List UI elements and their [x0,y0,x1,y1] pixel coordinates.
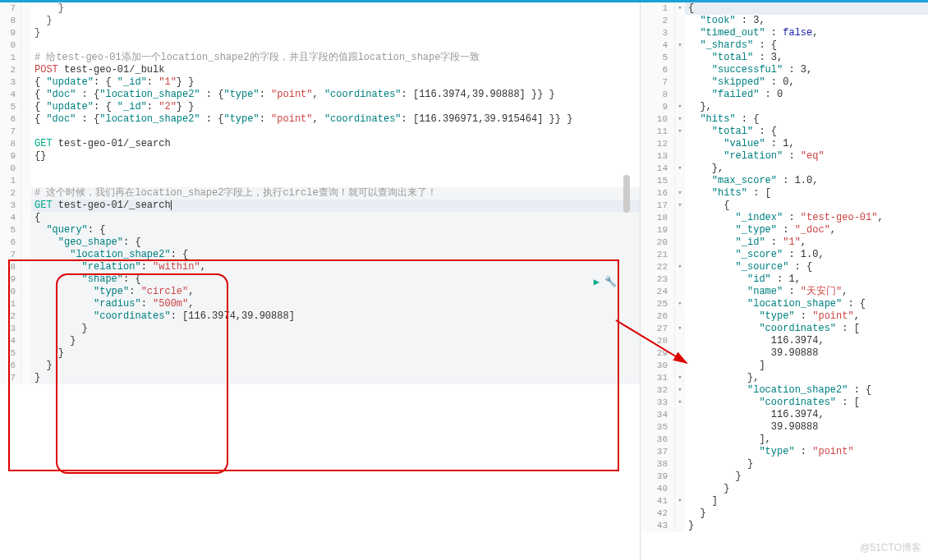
code-line[interactable]: 2POST test-geo-01/_bulk [0,64,640,76]
code-line[interactable]: 3 } [0,323,640,335]
fold-toggle[interactable] [675,520,685,532]
code-line[interactable]: 7 "location_shape2": { [0,249,640,261]
response-line: 13 "relation" : "eq" [641,150,928,163]
response-line: 24 "name" : "天安门", [641,286,928,298]
fold-toggle[interactable] [675,458,685,470]
code-line[interactable]: 0 [0,39,640,52]
scrollbar-thumb[interactable] [623,175,630,213]
request-editor-pane[interactable]: 7 }8 }9}01# 给test-geo-01添加一个location_sha… [0,2,641,560]
code-line[interactable]: 9} [0,27,640,39]
fold-toggle[interactable]: ▾ [675,323,685,335]
response-line: 7 "skipped" : 0, [641,76,928,89]
fold-toggle[interactable]: ▾ [675,39,685,52]
fold-toggle[interactable]: ▾ [675,126,685,138]
response-pane[interactable]: 1▾{2 "took" : 3,3 "timed_out" : false,4▾… [641,2,928,560]
fold-toggle[interactable]: ▾ [675,397,685,409]
fold-toggle[interactable] [675,273,685,286]
fold-toggle[interactable]: ▾ [675,298,685,310]
code-line[interactable]: 3{ "update": { "_id": "1"} } [0,76,640,89]
code-line[interactable]: 4{ "doc" : {"location_shape2" : {"type":… [0,89,640,101]
run-query-icon[interactable]: ▶ [594,276,600,288]
fold-toggle[interactable] [675,15,685,27]
code-line[interactable]: 2# 这个时候，我们再在location_shape2字段上，执行circle查… [0,187,640,200]
response-line: 30 ] [641,360,928,372]
response-line: 3 "timed_out" : false, [641,27,928,39]
fold-toggle[interactable]: ▾ [675,163,685,175]
fold-toggle[interactable] [675,76,685,89]
fold-toggle[interactable] [675,212,685,224]
fold-toggle[interactable] [675,138,685,150]
fold-toggle[interactable] [675,446,685,458]
fold-toggle[interactable] [675,224,685,236]
fold-toggle[interactable]: ▾ [675,495,685,507]
fold-toggle[interactable] [675,360,685,372]
fold-toggle[interactable] [675,483,685,495]
response-line: 39 } [641,470,928,483]
code-line[interactable]: 5{ "update": { "_id": "2"} } [0,101,640,113]
line-number: 40 [641,483,675,495]
fold-toggle[interactable] [675,236,685,249]
code-line[interactable]: 6 "geo_shape": { [0,236,640,249]
response-line: 12 "value" : 1, [641,138,928,150]
fold-toggle[interactable] [675,335,685,347]
fold-toggle[interactable] [675,347,685,360]
fold-toggle[interactable]: ▾ [675,101,685,113]
fold-toggle[interactable]: ▾ [675,261,685,273]
fold-toggle[interactable] [675,409,685,421]
fold-toggle[interactable] [675,434,685,446]
code-line[interactable]: 6{ "doc" : {"location_shape2" : {"type":… [0,113,640,126]
fold-toggle[interactable] [675,175,685,187]
fold-toggle[interactable] [675,64,685,76]
line-number: 1 [0,298,21,310]
code-line[interactable]: 7} [0,372,640,384]
response-line: 36 ], [641,434,928,446]
fold-toggle[interactable]: ▾ [675,200,685,212]
wrench-icon[interactable]: 🔧 [604,276,617,288]
code-line[interactable]: 1 "radius": "500m", [0,298,640,310]
code-line[interactable]: 5 "query": { [0,224,640,236]
fold-toggle[interactable] [675,150,685,163]
code-line[interactable]: 7 } [0,2,640,15]
line-number: 19 [641,224,675,236]
code-line[interactable]: 9{} [0,150,640,163]
line-number: 4 [0,335,21,347]
line-number: 16 [641,187,675,200]
fold-toggle[interactable] [675,421,685,434]
code-line[interactable]: 8 } [0,15,640,27]
line-number: 7 [0,372,21,384]
code-line[interactable]: 8 "relation": "within", [0,261,640,273]
fold-toggle[interactable] [675,470,685,483]
code-line[interactable]: 6 } [0,360,640,372]
fold-toggle[interactable]: ▾ [675,384,685,397]
request-code-area[interactable]: 7 }8 }9}01# 给test-geo-01添加一个location_sha… [0,2,640,384]
fold-toggle[interactable]: ▾ [675,113,685,126]
code-line[interactable]: 1# 给test-geo-01添加一个location_shape2的字段，并且… [0,52,640,64]
line-number: 8 [0,138,21,150]
fold-toggle[interactable] [675,89,685,101]
code-line[interactable]: 0 "type": "circle", [0,286,640,298]
fold-toggle[interactable]: ▾ [675,372,685,384]
response-code-area: 1▾{2 "took" : 3,3 "timed_out" : false,4▾… [641,2,928,532]
fold-toggle[interactable] [675,507,685,520]
fold-toggle[interactable]: ▾ [675,2,685,15]
code-line[interactable]: 9 "shape": { [0,273,640,286]
code-line[interactable]: 3GET test-geo-01/_search [0,200,640,212]
code-line[interactable]: 8GET test-geo-01/_search [0,138,640,150]
code-line[interactable]: 7 [0,126,640,138]
code-line[interactable]: 4{ [0,212,640,224]
code-line[interactable]: 1 [0,175,640,187]
fold-toggle[interactable]: ▾ [675,187,685,200]
code-line[interactable]: 2 "coordinates": [116.3974,39.90888] [0,310,640,323]
fold-toggle[interactable] [675,310,685,323]
line-number: 42 [641,507,675,520]
response-line: 1▾{ [641,2,928,15]
response-line: 19 "_type" : "_doc", [641,224,928,236]
fold-toggle[interactable] [675,249,685,261]
fold-toggle[interactable] [675,52,685,64]
code-line[interactable]: 0 [0,163,640,175]
fold-toggle[interactable] [675,286,685,298]
line-number: 9 [0,27,21,39]
fold-toggle[interactable] [675,27,685,39]
code-line[interactable]: 5 } [0,347,640,360]
code-line[interactable]: 4 } [0,335,640,347]
